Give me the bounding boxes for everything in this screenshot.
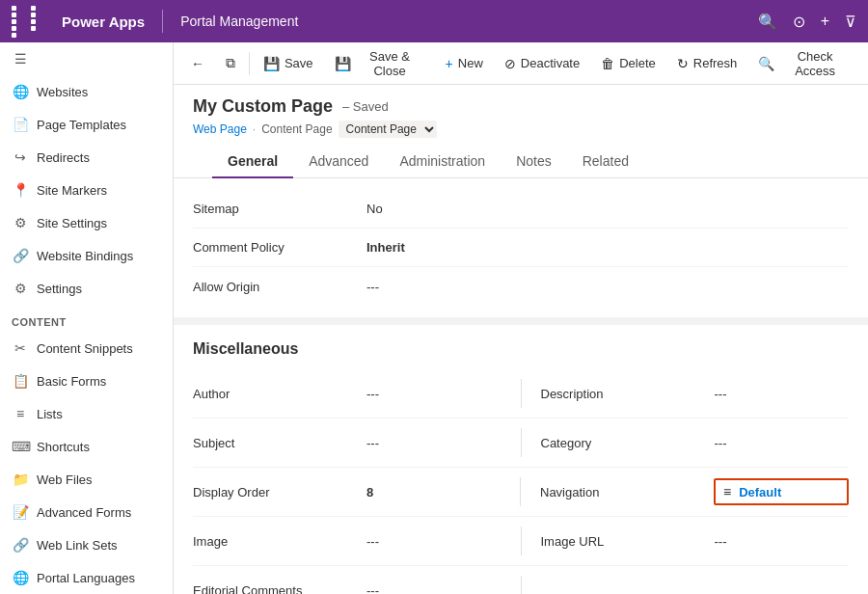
editorial-comments-col: Editorial Comments --- — [193, 583, 502, 595]
tab-administration[interactable]: Administration — [384, 146, 501, 178]
portal-languages-icon: 🌐 — [12, 570, 29, 585]
col-divider — [521, 379, 522, 408]
content-area: Sitemap No Comment Policy Inherit Allow … — [174, 178, 868, 594]
basic-forms-icon: 📋 — [12, 373, 29, 389]
sitemap-label: Sitemap — [193, 202, 366, 216]
sidebar-item-site-settings[interactable]: ⚙ Site Settings — [0, 206, 173, 239]
sidebar: ☰ 🌐 Websites 📄 Page Templates ↪ Redirect… — [0, 42, 174, 594]
sidebar-item-portal-languages[interactable]: 🌐 Portal Languages — [0, 561, 173, 594]
comment-policy-value: Inherit — [366, 240, 405, 255]
filter-icon[interactable]: ⊽ — [845, 13, 856, 31]
content-section-header: Content — [0, 305, 173, 332]
top-bar-actions: 🔍 ⊙ + ⊽ — [758, 13, 856, 31]
sidebar-item-lists[interactable]: ≡ Lists — [0, 397, 173, 430]
web-link-sets-icon: 🔗 — [12, 537, 29, 553]
category-value: --- — [715, 436, 727, 450]
new-button[interactable]: + New — [436, 50, 493, 77]
advanced-forms-icon: 📝 — [12, 504, 29, 520]
image-url-row: Image --- Image URL --- — [193, 517, 849, 566]
tab-notes[interactable]: Notes — [501, 146, 567, 178]
comment-policy-row: Comment Policy Inherit — [193, 229, 849, 267]
sidebar-item-page-templates[interactable]: 📄 Page Templates — [0, 108, 173, 141]
delete-button[interactable]: 🗑 Delete — [591, 50, 665, 77]
copy-icon: ⧉ — [226, 55, 235, 71]
top-bar-divider — [162, 10, 163, 33]
app-grid-icon[interactable] — [12, 6, 48, 38]
general-section: Sitemap No Comment Policy Inherit Allow … — [174, 178, 868, 317]
web-files-icon: 📁 — [12, 472, 29, 487]
comment-policy-label: Comment Policy — [193, 240, 366, 255]
sidebar-item-website-bindings[interactable]: 🔗 Website Bindings — [0, 239, 173, 272]
breadcrumb-web-page[interactable]: Web Page — [193, 122, 247, 136]
add-icon[interactable]: + — [821, 13, 829, 30]
author-label: Author — [193, 387, 366, 401]
navigation-label: Navigation — [540, 485, 714, 500]
col-divider-5 — [521, 576, 522, 594]
site-settings-icon: ⚙ — [12, 215, 29, 230]
top-bar: Power Apps Portal Management 🔍 ⊙ + ⊽ — [0, 0, 868, 42]
save-close-button[interactable]: 💾 Save & Close — [325, 43, 434, 84]
portal-title: Portal Management — [180, 14, 298, 29]
delete-icon: 🗑 — [601, 56, 614, 71]
app-name: Power Apps — [62, 14, 145, 30]
navigation-field[interactable]: ≡ Default — [714, 478, 849, 505]
deactivate-icon: ⊘ — [504, 56, 516, 71]
display-order-navigation-row: Display Order 8 Navigation ≡ Default — [193, 468, 849, 517]
display-order-col: Display Order 8 — [193, 485, 501, 500]
sidebar-item-shortcuts[interactable]: ⌨ Shortcuts — [0, 430, 173, 463]
websites-icon: 🌐 — [12, 84, 29, 99]
tab-advanced[interactable]: Advanced — [293, 146, 384, 178]
category-label: Category — [541, 436, 715, 450]
save-icon: 💾 — [263, 56, 280, 71]
image-url-value: --- — [715, 534, 727, 549]
content-snippets-icon: ✂ — [12, 340, 29, 356]
cmd-divider-1 — [249, 52, 250, 75]
image-label: Image — [193, 534, 366, 549]
sidebar-item-redirects[interactable]: ↪ Redirects — [0, 141, 173, 174]
sidebar-item-hamburger[interactable]: ☰ — [0, 42, 173, 75]
deactivate-button[interactable]: ⊘ Deactivate — [495, 50, 589, 77]
breadcrumb-dropdown[interactable]: Content Page — [339, 121, 437, 138]
page-title: My Custom Page — [193, 96, 333, 117]
refresh-button[interactable]: ↻ Refresh — [667, 50, 747, 77]
refresh-icon: ↻ — [677, 56, 689, 71]
category-col: Category --- — [541, 436, 850, 450]
sidebar-item-settings[interactable]: ⚙ Settings — [0, 272, 173, 305]
image-value: --- — [366, 534, 379, 549]
lists-icon: ≡ — [12, 406, 29, 421]
misc-section: Miscellaneous Author --- Description --- — [174, 325, 868, 594]
breadcrumb-content-page: Content Page — [261, 122, 332, 136]
save-close-icon: 💾 — [335, 56, 351, 71]
sidebar-item-web-files[interactable]: 📁 Web Files — [0, 463, 173, 496]
save-button[interactable]: 💾 Save — [254, 50, 323, 77]
sidebar-item-advanced-forms[interactable]: 📝 Advanced Forms — [0, 496, 173, 528]
navigation-list-icon: ≡ — [723, 484, 731, 500]
target-icon[interactable]: ⊙ — [793, 13, 805, 31]
page-templates-icon: 📄 — [12, 117, 29, 132]
back-button[interactable]: ← — [181, 50, 214, 77]
settings-icon: ⚙ — [12, 281, 29, 296]
copy-button[interactable]: ⧉ — [216, 49, 245, 77]
description-label: Description — [541, 387, 715, 401]
breadcrumb-separator: · — [253, 122, 256, 136]
sidebar-item-basic-forms[interactable]: 📋 Basic Forms — [0, 364, 173, 397]
sidebar-item-site-markers[interactable]: 📍 Site Markers — [0, 174, 173, 206]
display-order-label: Display Order — [193, 485, 366, 500]
site-markers-icon: 📍 — [12, 182, 29, 198]
tab-related[interactable]: Related — [567, 146, 644, 178]
subject-col: Subject --- — [193, 436, 502, 450]
tab-general[interactable]: General — [212, 146, 293, 178]
website-bindings-icon: 🔗 — [12, 248, 29, 263]
shortcuts-icon: ⌨ — [12, 439, 29, 454]
sidebar-item-content-snippets[interactable]: ✂ Content Snippets — [0, 332, 173, 364]
sidebar-item-websites[interactable]: 🌐 Websites — [0, 75, 173, 108]
back-icon: ← — [191, 56, 204, 71]
image-col: Image --- — [193, 534, 502, 549]
author-description-row: Author --- Description --- — [193, 369, 849, 418]
search-icon[interactable]: 🔍 — [758, 13, 777, 31]
misc-section-title: Miscellaneous — [193, 337, 849, 369]
check-access-button[interactable]: 🔍 Check Access — [748, 43, 860, 84]
command-bar: ← ⧉ 💾 Save 💾 Save & Close + New ⊘ Deacti… — [174, 42, 868, 85]
new-icon: + — [446, 56, 453, 71]
sidebar-item-web-link-sets[interactable]: 🔗 Web Link Sets — [0, 528, 173, 561]
